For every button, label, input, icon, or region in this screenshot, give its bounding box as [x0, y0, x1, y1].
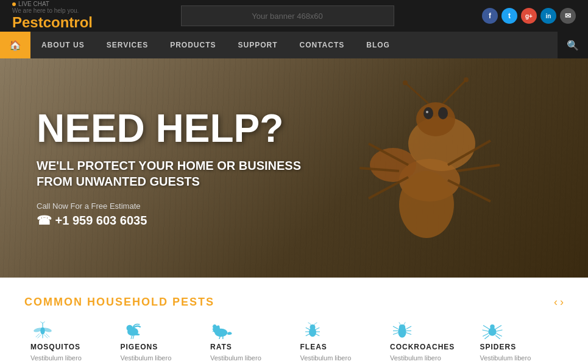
pigeon-icon	[121, 321, 145, 339]
pests-next-button[interactable]: ›	[560, 296, 564, 309]
hero-subtitle: WE'LL PROTECT YOUR HOME OR BUSINESS FROM…	[37, 158, 317, 189]
svg-point-9	[403, 80, 408, 85]
nav-products[interactable]: PRODUCTS	[159, 32, 227, 58]
rat-desc: Vestibulum liberonisl, porta vel.	[210, 354, 261, 364]
svg-point-39	[217, 326, 220, 329]
svg-point-64	[490, 324, 495, 329]
email-icon[interactable]: ✉	[560, 8, 576, 24]
svg-line-66	[482, 330, 488, 331]
logo-accent: control	[43, 14, 93, 30]
live-chat-dot	[12, 2, 16, 6]
flea-name: FLEAS	[300, 343, 327, 351]
cta-label: Call Now For a Free Estimate	[37, 201, 317, 211]
nav-services[interactable]: SERVICES	[96, 32, 159, 58]
nav-items: ABOUT US SERVICES PRODUCTS SUPPORT CONTA…	[30, 32, 558, 58]
live-chat-sub: We are here to help you.	[12, 7, 93, 14]
svg-line-15	[457, 165, 500, 171]
svg-point-6	[426, 111, 428, 113]
svg-line-57	[393, 333, 398, 335]
google-plus-icon[interactable]: g+	[521, 8, 537, 24]
svg-line-8	[443, 80, 466, 103]
hero-section: NEED HELP? WE'LL PROTECT YOUR HOME OR BU…	[0, 58, 588, 278]
nav-blog[interactable]: BLOG	[355, 32, 401, 58]
home-icon: 🏠	[9, 40, 21, 51]
search-button[interactable]: 🔍	[558, 32, 588, 58]
nav-about-us[interactable]: ABOUT US	[30, 32, 96, 58]
pigeon-desc: Vestibulum liberonisl, porta vel.	[121, 354, 172, 364]
top-bar: LIVE CHAT We are here to help you. Pestc…	[0, 0, 588, 32]
nav-bar: 🏠 ABOUT US SERVICES PRODUCTS SUPPORT CON…	[0, 32, 588, 58]
hero-phone[interactable]: ☎ +1 959 603 6035	[37, 213, 317, 228]
pests-section: COMMON HOUSEHOLD PESTS ‹ › MOSQUITOS	[0, 278, 588, 364]
spider-name: SPIDERS	[480, 343, 517, 351]
site-logo[interactable]: Pestcontrol	[12, 14, 93, 31]
hero-title: NEED HELP?	[37, 109, 317, 148]
svg-point-31	[135, 334, 140, 335]
svg-line-69	[495, 326, 501, 329]
svg-line-58	[406, 326, 411, 329]
svg-point-1	[370, 148, 416, 182]
search-icon: 🔍	[567, 40, 579, 51]
svg-point-10	[464, 77, 469, 82]
svg-line-68	[484, 335, 489, 339]
svg-line-70	[496, 330, 502, 331]
pigeon-name: PIGEONS	[121, 343, 158, 351]
hero-content: NEED HELP? WE'LL PROTECT YOUR HOME OR BU…	[0, 109, 317, 228]
live-chat-line: LIVE CHAT	[12, 1, 93, 7]
hero-cta: Call Now For a Free Estimate ☎ +1 959 60…	[37, 201, 317, 228]
svg-line-65	[483, 326, 489, 329]
rat-name: RATS	[210, 343, 232, 351]
pests-header: COMMON HOUSEHOLD PESTS ‹ ›	[24, 296, 564, 309]
facebook-icon[interactable]: f	[482, 8, 498, 24]
pest-item-mosquito[interactable]: MOSQUITOS Vestibulum liberonisl, porta v…	[24, 321, 115, 364]
mosquito-desc: Vestibulum liberonisl, porta vel.	[30, 354, 82, 364]
flea-desc: Vestibulum liberonisl, porta vel.	[300, 354, 352, 364]
cockroach-name: COCKROACHES	[390, 343, 455, 351]
pests-prev-button[interactable]: ‹	[554, 296, 558, 309]
svg-line-21	[43, 322, 45, 323]
logo-text: Pest	[12, 14, 43, 30]
svg-line-61	[399, 322, 401, 325]
svg-line-32	[131, 336, 132, 339]
pests-row-1: MOSQUITOS Vestibulum liberonisl, porta v…	[24, 321, 564, 364]
svg-point-17	[399, 171, 454, 238]
mosquito-name: MOSQUITOS	[30, 343, 80, 351]
flea-icon	[300, 321, 325, 339]
cockroach-icon	[390, 321, 414, 339]
svg-line-20	[40, 322, 43, 323]
home-nav-button[interactable]: 🏠	[0, 32, 30, 58]
nav-contacts[interactable]: CONTACTS	[289, 32, 356, 58]
svg-point-4	[423, 107, 433, 119]
svg-line-55	[393, 326, 398, 329]
svg-line-47	[305, 327, 310, 330]
twitter-icon[interactable]: t	[501, 8, 517, 24]
svg-point-54	[399, 324, 406, 330]
cockroach-desc: Vestibulum liberonisl, porta vel.	[390, 354, 441, 364]
banner-placeholder: Your banner 468x60	[181, 5, 394, 26]
pest-item-rat[interactable]: RATS Vestibulum liberonisl, porta vel.	[204, 321, 294, 364]
pests-title: COMMON HOUSEHOLD PESTS	[24, 296, 214, 309]
linkedin-icon[interactable]: in	[540, 8, 556, 24]
svg-line-50	[314, 327, 319, 330]
spider-desc: Vestibulum liberonisl, porta vel.	[480, 354, 531, 364]
svg-point-35	[127, 327, 128, 328]
pest-item-flea[interactable]: FLEAS Vestibulum liberonisl, porta vel.	[294, 321, 384, 364]
svg-point-3	[416, 102, 455, 136]
mosquito-icon	[30, 321, 55, 339]
svg-line-7	[405, 83, 428, 103]
svg-line-71	[496, 334, 501, 337]
live-chat-label: LIVE CHAT	[18, 1, 49, 7]
svg-line-33	[133, 336, 134, 339]
svg-line-62	[403, 322, 405, 325]
rat-icon	[210, 321, 235, 339]
pest-item-cockroach[interactable]: COCKROACHES Vestibulum liberonisl, porta…	[384, 321, 474, 364]
svg-point-5	[438, 107, 448, 119]
pest-item-pigeon[interactable]: PIGEONS Vestibulum liberonisl, porta vel…	[115, 321, 205, 364]
nav-support[interactable]: SUPPORT	[227, 32, 288, 58]
spider-icon	[480, 321, 505, 339]
svg-line-67	[483, 334, 488, 337]
pest-item-spider[interactable]: SPIDERS Vestibulum liberonisl, porta vel…	[474, 321, 564, 364]
svg-point-46	[310, 324, 315, 330]
svg-line-72	[495, 335, 500, 339]
social-icons: f t g+ in ✉	[482, 8, 576, 24]
